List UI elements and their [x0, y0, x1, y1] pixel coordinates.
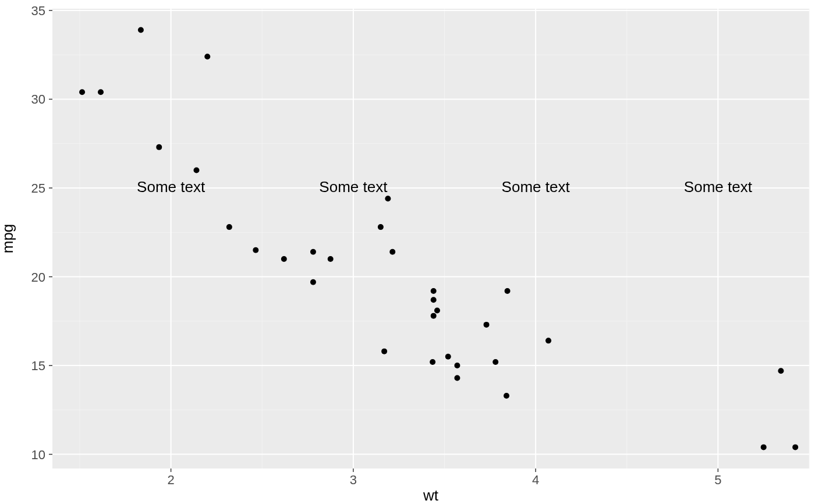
- data-point: [778, 368, 784, 374]
- y-tick-label: 35: [31, 3, 45, 18]
- scatter-chart: Some text Some text Some text Some text: [0, 0, 815, 504]
- data-point: [381, 349, 387, 354]
- data-point: [156, 144, 162, 150]
- data-point: [454, 363, 460, 368]
- data-point: [138, 27, 144, 33]
- y-tick-label: 30: [31, 92, 45, 107]
- annotation-text: Some text: [319, 178, 388, 196]
- plot-panel: Some text Some text Some text Some text: [52, 9, 809, 468]
- data-point: [378, 224, 384, 230]
- data-point: [792, 444, 798, 450]
- data-point: [431, 297, 437, 303]
- data-point: [310, 279, 316, 285]
- x-tick-label: 3: [350, 473, 357, 487]
- data-point: [385, 196, 391, 201]
- y-tick-label: 25: [31, 181, 45, 196]
- y-tick-label: 20: [31, 270, 45, 285]
- data-point: [310, 249, 316, 255]
- annotation-text: Some text: [137, 178, 205, 196]
- data-point: [253, 247, 258, 253]
- data-point: [434, 308, 440, 314]
- data-point: [431, 288, 437, 294]
- data-point: [281, 256, 287, 262]
- data-point: [445, 354, 451, 360]
- annotation-text: Some text: [502, 178, 570, 196]
- data-point: [430, 359, 435, 365]
- x-axis: 2 3 4 5 wt: [167, 468, 721, 504]
- data-point: [505, 288, 511, 294]
- y-axis-title: mpg: [0, 224, 16, 254]
- x-axis-title: wt: [423, 487, 439, 504]
- x-tick-label: 4: [532, 473, 539, 487]
- x-tick-label: 5: [714, 473, 721, 487]
- y-axis: 10 15 20 25 30 35 mpg: [0, 3, 52, 462]
- data-point: [204, 54, 210, 59]
- data-point: [504, 393, 509, 399]
- data-point: [484, 322, 490, 328]
- data-point: [98, 89, 104, 95]
- data-point: [545, 338, 551, 343]
- data-point: [761, 444, 767, 450]
- data-point: [431, 313, 437, 319]
- data-point: [454, 375, 460, 381]
- data-point: [226, 224, 232, 230]
- data-point: [389, 249, 395, 255]
- panel-background: [52, 9, 809, 468]
- data-point: [193, 168, 199, 173]
- x-tick-label: 2: [167, 473, 174, 487]
- y-tick-label: 15: [31, 359, 45, 373]
- y-tick-label: 10: [31, 448, 45, 462]
- data-point: [492, 359, 498, 365]
- data-point: [328, 256, 334, 262]
- annotation-text: Some text: [684, 178, 753, 196]
- data-point: [79, 89, 85, 95]
